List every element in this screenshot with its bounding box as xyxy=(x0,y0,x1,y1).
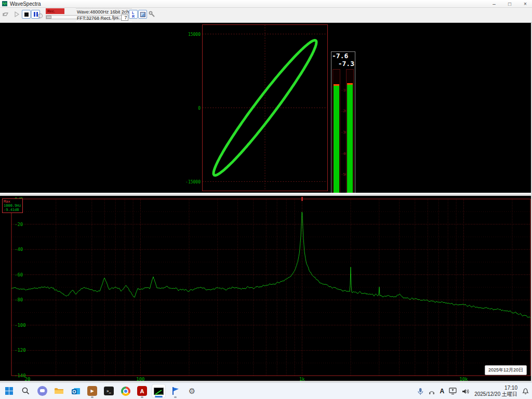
taskbar-chat[interactable] xyxy=(35,384,49,398)
close-button[interactable]: × xyxy=(522,1,529,7)
taskbar-wavespectra[interactable] xyxy=(152,384,166,398)
display-tray-icon[interactable] xyxy=(449,388,457,395)
acrobat-icon: A xyxy=(137,386,147,396)
taskbar-settings[interactable]: ⚙ xyxy=(185,384,199,398)
taskbar-outlook[interactable] xyxy=(69,384,83,398)
stop-icon xyxy=(24,12,29,17)
taskbar-movies[interactable] xyxy=(168,384,182,398)
taskbar-file-explorer[interactable] xyxy=(52,384,66,398)
max-level: -9.41dB xyxy=(4,208,21,212)
svg-text:1k: 1k xyxy=(299,377,305,381)
open-device-button[interactable] xyxy=(1,10,10,19)
terminal-icon: >_ xyxy=(104,387,114,395)
scope-panel: 150000-15000 -7.6 -7.3 -10-20-30-40-50 L xyxy=(0,23,532,193)
taskbar-chrome[interactable] xyxy=(118,384,132,398)
folder-icon xyxy=(54,387,64,395)
taskbar: ▶ >_ A ⚙ xyxy=(0,382,532,399)
svg-text:10k: 10k xyxy=(459,377,468,381)
fps-value-field[interactable]: 7 xyxy=(121,15,128,21)
meter-scale: -10-20-30-40-50 xyxy=(341,69,345,196)
split-view-toggle[interactable] xyxy=(138,10,147,19)
taskbar-acrobat[interactable]: A xyxy=(135,384,149,398)
meter-value-right: -7.3 xyxy=(338,60,354,68)
svg-text:-60: -60 xyxy=(15,272,23,277)
taskbar-search-button[interactable] xyxy=(19,384,33,398)
gear-icon: ⚙ xyxy=(189,387,195,395)
clock-time: 17:10 xyxy=(474,385,517,391)
taskbar-clock[interactable]: 17:10 2025/12/20 土曜日 xyxy=(474,385,517,397)
svg-text:-80: -80 xyxy=(15,297,23,302)
spectrum-panel: 0dB-20-40-60-80-100-120-140201001k10k Ma… xyxy=(0,196,532,381)
svg-text:-40: -40 xyxy=(15,247,23,252)
media-player-icon: ▶ xyxy=(87,386,97,396)
clock-date: 2025/12/20 土曜日 xyxy=(474,391,517,397)
chat-icon xyxy=(37,386,47,396)
record-button[interactable] xyxy=(36,11,45,20)
maximize-button[interactable]: □ xyxy=(506,1,513,7)
lr-toggle-icon: LR xyxy=(132,11,135,18)
open-device-icon xyxy=(2,11,9,18)
stop-button[interactable] xyxy=(22,10,31,19)
chrome-icon xyxy=(121,387,130,396)
notification-bell-icon[interactable] xyxy=(522,388,529,395)
headset-icon[interactable] xyxy=(428,388,435,395)
svg-text:-140: -140 xyxy=(15,373,26,378)
wavespectra-window: WaveSpectra – □ × Rec. Wave:48000Hz 16bi… xyxy=(0,0,532,399)
titlebar[interactable]: WaveSpectra – □ × xyxy=(0,0,532,8)
position-slider-thumb[interactable] xyxy=(46,16,51,19)
play-icon xyxy=(14,11,20,17)
lissajous-plot[interactable]: 150000-15000 xyxy=(0,23,532,193)
ime-indicator[interactable]: A xyxy=(440,388,445,395)
outlook-icon xyxy=(71,387,81,396)
rec-indicator: Rec. xyxy=(46,8,64,14)
max-readout: Max 1000.9Hz -9.41dB xyxy=(2,198,23,213)
svg-text:-15000: -15000 xyxy=(185,180,201,184)
fps-label: fps: xyxy=(112,15,120,20)
window-title: WaveSpectra xyxy=(10,1,41,7)
taskbar-media-player[interactable]: ▶ xyxy=(85,384,99,398)
settings-button[interactable] xyxy=(148,10,156,19)
meter-bar-left xyxy=(332,69,340,196)
meter-value-left: -7.6 xyxy=(332,52,348,60)
svg-text:0: 0 xyxy=(198,106,201,111)
lr-display-toggle[interactable]: LR xyxy=(129,10,138,19)
search-icon xyxy=(21,387,30,395)
svg-text:100: 100 xyxy=(136,377,144,381)
wrench-icon xyxy=(149,11,155,18)
max-frequency: 1000.9Hz xyxy=(4,204,21,208)
meter-fill-right xyxy=(347,85,353,195)
svg-text:-100: -100 xyxy=(15,323,26,328)
record-icon xyxy=(37,13,43,19)
windows-logo-icon xyxy=(5,387,13,395)
toolbar: Rec. Wave:48000Hz 16bit 2ch FFT:32768 Re… xyxy=(0,8,532,23)
split-view-icon xyxy=(140,12,145,17)
meter-fill-left xyxy=(334,86,339,195)
svg-text:20: 20 xyxy=(25,377,31,381)
start-button[interactable] xyxy=(2,384,16,398)
wavespectra-icon xyxy=(154,388,164,395)
level-meter: -7.6 -7.3 -10-20-30-40-50 L R xyxy=(331,51,355,202)
svg-text:-120: -120 xyxy=(15,348,26,353)
taskbar-terminal[interactable]: >_ xyxy=(102,384,116,398)
svg-text:15000: 15000 xyxy=(188,32,201,37)
date-tooltip: 2025年12月20日 xyxy=(485,365,527,375)
app-logo-icon xyxy=(2,1,7,6)
speaker-icon[interactable] xyxy=(462,388,470,395)
play-button[interactable] xyxy=(12,10,21,19)
max-label: Max xyxy=(4,200,21,204)
flag-icon xyxy=(171,387,180,395)
svg-text:-20: -20 xyxy=(15,222,23,227)
minimize-button[interactable]: – xyxy=(490,1,498,7)
meter-bar-right xyxy=(346,69,354,196)
microphone-icon[interactable] xyxy=(417,388,423,395)
spectrum-plot[interactable]: 0dB-20-40-60-80-100-120-140201001k10k xyxy=(0,196,532,381)
